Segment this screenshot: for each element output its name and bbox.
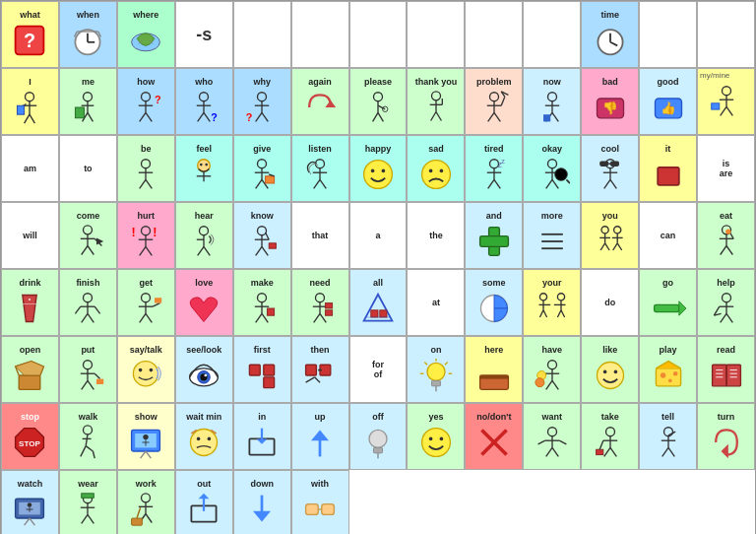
- cell-that[interactable]: that: [291, 202, 349, 269]
- svg-line-341: [662, 447, 667, 456]
- cell-it[interactable]: it: [639, 135, 697, 202]
- cell-at[interactable]: at: [407, 269, 465, 336]
- cell-wear[interactable]: wear: [59, 470, 117, 534]
- cell-bad[interactable]: bad 👎: [581, 68, 639, 135]
- cell-listen[interactable]: listen: [291, 135, 349, 202]
- cell-get[interactable]: get: [117, 269, 175, 336]
- cell-all[interactable]: all: [349, 269, 408, 336]
- cell-will[interactable]: will: [1, 202, 59, 269]
- cell-forof[interactable]: forof: [349, 336, 408, 403]
- cell-make[interactable]: make: [233, 269, 291, 336]
- cell-up[interactable]: up: [291, 403, 349, 470]
- svg-point-293: [84, 426, 93, 434]
- cell-drink[interactable]: drink: [1, 269, 59, 336]
- cell-me[interactable]: me: [59, 68, 117, 135]
- cell-when[interactable]: when: [59, 1, 117, 68]
- cell-the[interactable]: the: [407, 202, 465, 269]
- cell-thankyou[interactable]: thank you: [407, 68, 465, 135]
- cell-come[interactable]: come: [59, 202, 117, 269]
- cell-down[interactable]: down: [233, 470, 291, 534]
- svg-point-78: [722, 87, 730, 96]
- cell-walk[interactable]: walk: [59, 403, 117, 470]
- cell-first[interactable]: first: [233, 336, 291, 403]
- svg-rect-336: [596, 449, 602, 454]
- cell-some[interactable]: some: [465, 269, 523, 336]
- cell-want[interactable]: want: [523, 403, 581, 470]
- cell-can[interactable]: can: [639, 202, 697, 269]
- cell-please[interactable]: please: [349, 68, 408, 135]
- svg-line-241: [95, 373, 100, 378]
- cell-where[interactable]: where: [117, 1, 175, 68]
- cell-play[interactable]: play: [639, 336, 697, 403]
- cell-waitmin[interactable]: wait min: [175, 403, 233, 470]
- cell-on[interactable]: on: [407, 336, 465, 403]
- cell-out[interactable]: out: [175, 470, 233, 534]
- cell-to[interactable]: to: [59, 135, 117, 202]
- cell-isare[interactable]: isare: [697, 135, 755, 202]
- cell-off[interactable]: off: [349, 403, 408, 470]
- cell-go[interactable]: go: [639, 269, 697, 336]
- cell-okay[interactable]: okay: [523, 135, 581, 202]
- cell-be[interactable]: be: [117, 135, 175, 202]
- cell-problem[interactable]: problem: [465, 68, 523, 135]
- cell-hurt[interactable]: hurt ! !: [117, 202, 175, 269]
- cell-what[interactable]: what ?: [1, 1, 59, 68]
- cell-like[interactable]: like: [581, 336, 639, 403]
- cell-in[interactable]: in: [233, 403, 291, 470]
- cell-then[interactable]: then: [291, 336, 349, 403]
- cell-take[interactable]: take: [581, 403, 639, 470]
- cell-help[interactable]: help: [697, 269, 755, 336]
- cell-am[interactable]: am: [1, 135, 59, 202]
- cell-how[interactable]: how ?: [117, 68, 175, 135]
- label-bad: bad: [602, 78, 618, 88]
- label-me: me: [82, 78, 94, 88]
- label-wear: wear: [78, 480, 98, 490]
- cell-open[interactable]: open: [1, 336, 59, 403]
- svg-point-245: [150, 368, 154, 372]
- cell-eat[interactable]: eat: [697, 202, 755, 269]
- cell-a[interactable]: a: [349, 202, 408, 269]
- cell-stop[interactable]: stop STOP: [1, 403, 59, 470]
- cell-do[interactable]: do: [581, 269, 639, 336]
- svg-line-122: [545, 179, 551, 188]
- cell-tired[interactable]: tired z z: [465, 135, 523, 202]
- cell-yes[interactable]: yes: [407, 403, 465, 470]
- cell-seelook[interactable]: see/look: [175, 336, 233, 403]
- cell-put[interactable]: put: [59, 336, 117, 403]
- cell-mymine[interactable]: my/mine: [697, 68, 755, 135]
- cell-here[interactable]: here: [465, 336, 523, 403]
- cell-feel[interactable]: feel: [175, 135, 233, 202]
- cell-I[interactable]: I: [1, 68, 59, 135]
- cell-read[interactable]: read: [697, 336, 755, 403]
- cell-hear[interactable]: hear: [175, 202, 233, 269]
- cell-again[interactable]: again: [291, 68, 349, 135]
- cell-give[interactable]: give: [233, 135, 291, 202]
- cell-and[interactable]: and: [465, 202, 523, 269]
- cell-more[interactable]: more: [523, 202, 581, 269]
- cell-cool[interactable]: cool: [581, 135, 639, 202]
- svg-line-298: [94, 451, 95, 458]
- cell-why[interactable]: why ?: [233, 68, 291, 135]
- cell-love[interactable]: love: [175, 269, 233, 336]
- cell-good[interactable]: good 👍: [639, 68, 697, 135]
- cell-who[interactable]: who ?: [175, 68, 233, 135]
- cell-now[interactable]: now: [523, 68, 581, 135]
- cell-sad[interactable]: sad: [407, 135, 465, 202]
- cell-have[interactable]: have: [523, 336, 581, 403]
- cell-work[interactable]: work: [117, 470, 175, 534]
- cell-happy[interactable]: happy: [349, 135, 408, 202]
- cell-show[interactable]: show: [117, 403, 175, 470]
- cell-turn[interactable]: turn: [697, 403, 755, 470]
- cell-your[interactable]: your: [523, 269, 581, 336]
- icon-on: [416, 356, 456, 395]
- cell-with[interactable]: with: [291, 470, 349, 534]
- cell-saytalk[interactable]: say/talk: [117, 336, 175, 403]
- cell-time[interactable]: time: [581, 1, 639, 68]
- cell-finish[interactable]: finish: [59, 269, 117, 336]
- cell-watch[interactable]: watch: [1, 470, 59, 534]
- cell-need[interactable]: need: [291, 269, 349, 336]
- cell-tell[interactable]: tell: [639, 403, 697, 470]
- cell-nodont[interactable]: no/don't: [465, 403, 523, 470]
- cell-know[interactable]: know: [233, 202, 291, 269]
- cell-you[interactable]: you: [581, 202, 639, 269]
